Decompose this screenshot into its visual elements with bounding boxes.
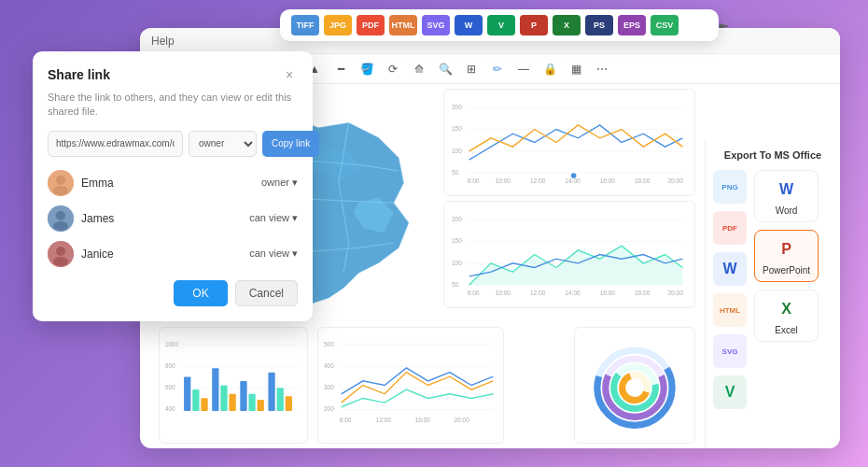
html-badge[interactable]: HTML (389, 15, 417, 35)
word-label: Word (776, 205, 798, 216)
svg-text:100: 100 (452, 148, 462, 154)
export-cards: W Word P PowerPoint X Excel (754, 170, 819, 409)
eps-badge[interactable]: EPS (618, 15, 646, 35)
lock-tool[interactable]: 🔒 (539, 59, 560, 79)
export-visio-icon[interactable]: V (713, 375, 747, 409)
svg-text:8:00: 8:00 (468, 177, 480, 184)
dialog-header: Share link × (48, 66, 298, 83)
svg-rect-45 (212, 368, 218, 411)
user-permission-emma[interactable]: owner ▾ (261, 177, 298, 189)
avatar-emma (48, 170, 74, 196)
dialog-actions: OK Cancel (48, 280, 298, 306)
excel-icon: X (774, 296, 800, 322)
permission-select[interactable]: owner can view can edit (189, 131, 257, 157)
svg-text:16:00: 16:00 (415, 417, 431, 423)
line2-tool[interactable]: — (513, 59, 534, 79)
avatar-janice (48, 241, 74, 267)
dialog-title: Share link (48, 67, 110, 82)
user-permission-james[interactable]: can view ▾ (249, 212, 298, 224)
fill-tool[interactable]: 🪣 (357, 59, 377, 79)
ppt-badge[interactable]: P (520, 15, 548, 35)
svg-text:400: 400 (324, 362, 334, 369)
svg-text:20:00: 20:00 (455, 417, 470, 423)
line-tool[interactable]: ━ (330, 59, 351, 79)
svg-text:20:00: 20:00 (667, 290, 683, 296)
svg-rect-53 (286, 396, 292, 411)
top-chart-svg: 200 150 100 50 8:00 10:00 12:00 14:00 16… (452, 95, 687, 190)
jpg-badge[interactable]: JPG (324, 15, 352, 35)
export-panel: Export To MS Office PNG PDF W HTML SVG V… (705, 140, 840, 448)
svg-text:150: 150 (452, 237, 462, 244)
svg-rect-43 (192, 389, 199, 411)
csv-badge[interactable]: CSV (651, 15, 679, 35)
svg-text:8:00: 8:00 (340, 417, 352, 423)
svg-text:10:00: 10:00 (496, 177, 511, 184)
tiff-badge[interactable]: TIFF (291, 15, 319, 35)
svg-text:14:00: 14:00 (565, 177, 581, 184)
bottom-line-svg: 500 400 300 200 8:00 12:00 16:00 20:00 (324, 333, 497, 437)
export-html-icon[interactable]: HTML (713, 293, 747, 327)
ok-button[interactable]: OK (174, 280, 227, 306)
user-name-janice: Janice (81, 248, 249, 261)
table-tool[interactable]: ▦ (566, 59, 586, 79)
donut-svg (581, 333, 689, 437)
user-permission-janice[interactable]: can view ▾ (249, 248, 298, 260)
zoom-tool[interactable]: 🔍 (435, 59, 455, 79)
svg-text:12:00: 12:00 (376, 417, 392, 423)
svg-badge[interactable]: SVG (422, 15, 450, 35)
format-toolbar: TIFF JPG PDF HTML SVG W V P X PS EPS CSV (280, 9, 719, 41)
svg-rect-47 (229, 394, 235, 411)
word-icon: W (774, 177, 800, 203)
svg-rect-48 (240, 381, 246, 411)
middle-chart-svg: 200 150 100 50 8:00 10:00 12:00 14:00 16… (452, 207, 687, 302)
svg-text:200: 200 (324, 405, 334, 412)
svg-rect-44 (201, 398, 207, 411)
close-button[interactable]: × (281, 66, 298, 83)
svg-point-75 (56, 176, 65, 185)
svg-text:16:00: 16:00 (600, 177, 616, 184)
ps-badge[interactable]: PS (585, 15, 613, 35)
svg-text:10:00: 10:00 (496, 290, 511, 296)
export-excel-card[interactable]: X Excel (754, 290, 819, 342)
link-row: owner can view can edit Copy link (48, 131, 298, 157)
svg-text:20:00: 20:00 (667, 177, 683, 184)
user-row-janice: Janice can view ▾ (48, 241, 298, 267)
svg-rect-51 (268, 373, 274, 411)
bezier-tool[interactable]: ⟰ (409, 59, 429, 79)
more-tool[interactable]: ⋯ (592, 59, 612, 79)
svg-text:400: 400 (165, 405, 175, 412)
dialog-description: Share the link to others, and they can v… (48, 91, 298, 120)
svg-text:300: 300 (324, 384, 334, 390)
copy-link-button[interactable]: Copy link (262, 131, 319, 157)
pen-tool[interactable]: ✏ (487, 59, 508, 79)
cancel-button[interactable]: Cancel (235, 280, 298, 306)
share-dialog: Share link × Share the link to others, a… (33, 51, 313, 321)
export-png-icon[interactable]: PNG (713, 170, 747, 204)
user-name-james: James (81, 212, 249, 225)
link-input[interactable] (48, 131, 183, 157)
middle-line-chart: 200 150 100 50 8:00 10:00 12:00 14:00 16… (443, 201, 695, 308)
export-word-card[interactable]: W Word (754, 170, 819, 222)
svg-rect-46 (220, 386, 227, 411)
export-panel-content: PNG PDF W HTML SVG V W Word P PowerPoint (713, 170, 833, 409)
bottom-donut-chart (574, 327, 695, 444)
excel-badge[interactable]: X (553, 15, 581, 35)
svg-text:16:00: 16:00 (600, 290, 616, 296)
export-word-side-icon[interactable]: W (713, 252, 747, 286)
pdf-badge[interactable]: PDF (357, 15, 385, 35)
visio-badge[interactable]: V (487, 15, 515, 35)
svg-text:800: 800 (165, 362, 175, 369)
word-badge[interactable]: W (455, 15, 483, 35)
svg-text:600: 600 (165, 384, 175, 390)
excel-label: Excel (775, 325, 797, 335)
svg-text:50: 50 (452, 281, 459, 288)
export-pdf-icon[interactable]: PDF (713, 211, 747, 245)
svg-text:8:00: 8:00 (468, 290, 480, 296)
export-powerpoint-card[interactable]: P PowerPoint (754, 230, 819, 282)
curve-tool[interactable]: ⟳ (383, 59, 403, 79)
help-label: Help (151, 35, 175, 48)
crop-tool[interactable]: ⊞ (461, 59, 482, 79)
svg-text:200: 200 (452, 104, 462, 110)
export-svg-icon[interactable]: SVG (713, 334, 747, 368)
svg-point-81 (56, 247, 65, 256)
